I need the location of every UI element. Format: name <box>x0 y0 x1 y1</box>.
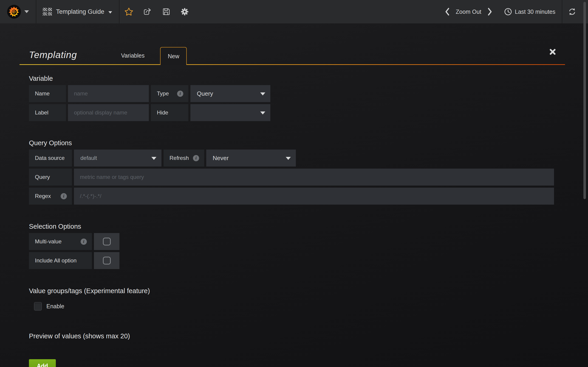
caret-down-icon <box>286 157 291 160</box>
tab-variables[interactable]: Variables <box>115 52 150 65</box>
time-shift-right-button[interactable] <box>483 0 496 23</box>
share-icon <box>143 7 152 16</box>
multi-value-checkbox-cell[interactable] <box>94 233 120 250</box>
caret-down-icon <box>151 157 156 160</box>
templating-header: Templating Variables New <box>29 44 554 65</box>
multi-value-checkbox[interactable] <box>103 238 111 245</box>
save-icon <box>162 8 170 16</box>
preview-heading: Preview of values (shows max 20) <box>29 333 554 340</box>
caret-down-icon <box>260 111 265 115</box>
name-input[interactable] <box>68 85 149 102</box>
regex-input[interactable] <box>74 188 554 205</box>
time-range-picker[interactable]: Last 30 minutes <box>504 8 556 16</box>
page-scrollbar[interactable] <box>583 2 586 199</box>
dashboard-title: Templating Guide <box>56 8 104 15</box>
info-icon[interactable]: i <box>193 155 199 161</box>
grafana-logo-icon <box>7 5 21 19</box>
close-icon <box>549 48 556 56</box>
variable-label-row: Label Hide <box>29 104 554 121</box>
multi-value-label: Multi-value i <box>29 233 92 250</box>
query-input[interactable] <box>74 169 554 186</box>
info-icon[interactable]: i <box>61 193 67 199</box>
enable-row: Enable <box>34 302 554 311</box>
variable-heading: Variable <box>29 75 554 82</box>
enable-checkbox[interactable] <box>34 302 42 311</box>
chevron-right-icon <box>487 7 493 16</box>
refresh-dashboard-button[interactable] <box>562 8 582 16</box>
include-all-checkbox-cell[interactable] <box>94 252 120 269</box>
chevron-left-icon <box>445 7 450 16</box>
header-accent-underline <box>19 64 565 65</box>
query-options-heading: Query Options <box>29 140 554 146</box>
datasource-row: Data source default Refresh i Never <box>29 150 554 167</box>
datasource-select[interactable]: default <box>74 150 162 167</box>
tab-new[interactable]: New <box>160 47 187 65</box>
save-dashboard-button[interactable] <box>157 0 175 23</box>
selection-options-section: Selection Options Multi-value i Include … <box>29 223 554 269</box>
add-variable-button[interactable]: Add <box>29 359 56 367</box>
refresh-select[interactable]: Never <box>206 150 296 167</box>
hide-select[interactable] <box>190 104 270 121</box>
name-label: Name <box>29 85 66 102</box>
datasource-select-value: default <box>80 155 97 161</box>
include-all-label: Include All option <box>29 252 92 269</box>
label-input[interactable] <box>68 104 149 121</box>
query-row: Query <box>29 169 554 186</box>
selection-options-heading: Selection Options <box>29 223 554 230</box>
dashboard-actions <box>120 0 194 23</box>
info-icon[interactable]: i <box>81 239 87 245</box>
regex-label: Regex i <box>29 188 72 205</box>
query-options-section: Query Options Data source default Refres… <box>29 140 554 205</box>
chevron-down-icon <box>24 10 29 13</box>
page-title: Templating <box>29 50 77 65</box>
value-groups-heading: Value groups/tags (Experimental feature) <box>29 287 554 294</box>
dashboard-grid-icon <box>43 8 52 16</box>
share-dashboard-button[interactable] <box>138 0 157 23</box>
refresh-select-value: Never <box>213 155 229 162</box>
templating-editor: Templating Variables New Variable Name T… <box>0 44 588 367</box>
enable-label: Enable <box>46 303 64 310</box>
variable-name-row: Name Type i Query <box>29 85 554 102</box>
regex-row: Regex i <box>29 188 554 205</box>
include-all-row: Include All option <box>29 252 554 269</box>
hide-label: Hide <box>151 104 188 121</box>
star-icon <box>124 7 133 16</box>
star-dashboard-button[interactable] <box>120 0 138 23</box>
dashboard-settings-button[interactable] <box>175 0 194 23</box>
chevron-down-icon <box>108 11 112 14</box>
label-label: Label <box>29 104 66 121</box>
multi-value-row: Multi-value i <box>29 233 554 250</box>
dashboard-title-menu[interactable]: Templating Guide <box>36 0 119 23</box>
refresh-label: Refresh i <box>164 150 204 167</box>
query-label: Query <box>29 169 72 186</box>
clock-icon <box>504 8 512 16</box>
value-groups-section: Value groups/tags (Experimental feature)… <box>29 287 554 311</box>
zoom-out-button[interactable]: Zoom Out <box>454 8 483 15</box>
gear-icon <box>180 7 189 16</box>
include-all-checkbox[interactable] <box>103 257 111 265</box>
refresh-icon <box>568 8 576 16</box>
close-settings-button[interactable] <box>548 47 558 58</box>
variable-section: Variable Name Type i Query Label Hide <box>29 75 554 121</box>
navbar: Templating Guide <box>0 0 588 23</box>
time-range-label: Last 30 minutes <box>515 8 556 15</box>
type-select[interactable]: Query <box>190 85 270 102</box>
caret-down-icon <box>260 92 265 95</box>
grafana-main-menu[interactable] <box>0 0 36 23</box>
navbar-right-controls: Zoom Out Last 30 minutes <box>441 0 588 23</box>
datasource-label: Data source <box>29 150 72 167</box>
info-icon[interactable]: i <box>177 91 183 97</box>
type-select-value: Query <box>197 90 213 97</box>
type-label: Type i <box>151 85 188 102</box>
time-shift-left-button[interactable] <box>441 0 454 23</box>
